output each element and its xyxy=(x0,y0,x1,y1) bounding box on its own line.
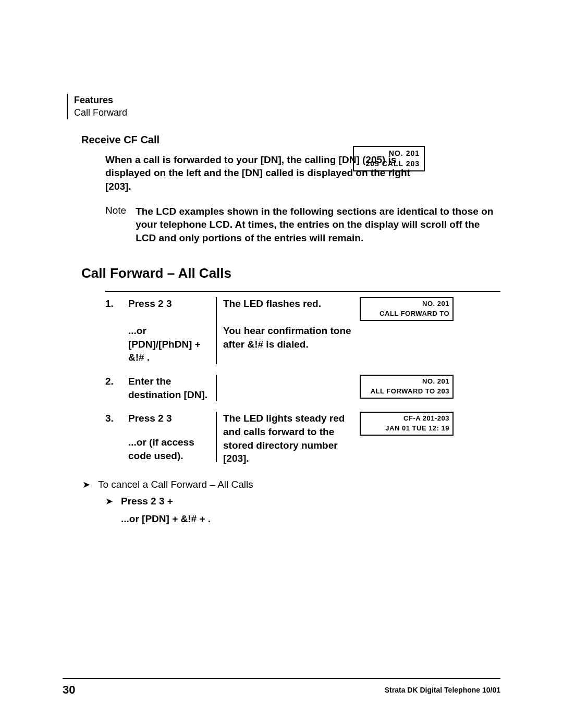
step-row: 2. Enter the destination [DN]. NO. 201 A… xyxy=(105,375,500,401)
cancel-line-row: ➤ ...or [PDN] + &!# + . xyxy=(105,513,500,525)
receive-cf-body: When a call is forwarded to your [DN], t… xyxy=(105,153,500,193)
lcd-line: ALL FORWARD TO 203 xyxy=(371,387,449,395)
step-num: 2. xyxy=(105,375,122,388)
receive-cf-title: Receive CF Call xyxy=(81,134,500,146)
lcd-line: 205 CALL 203 xyxy=(365,159,420,168)
lcd-receive-cf: NO. 201 205 CALL 203 xyxy=(353,146,425,171)
header-block: Features Call Forward xyxy=(67,94,500,119)
page: Features Call Forward Receive CF Call Wh… xyxy=(0,0,563,728)
cancel-sub: ➤ Press 2 3 + ➤ ...or [PDN] + &!# + . xyxy=(105,496,500,525)
lcd-line: NO. 201 xyxy=(389,149,420,157)
page-number: 30 xyxy=(63,683,75,697)
lcd-line: NO. 201 xyxy=(422,377,449,385)
step-action-line: Press 2 3 xyxy=(128,413,172,424)
section-divider xyxy=(105,291,500,292)
step-action-line: Press 2 3 xyxy=(128,298,172,309)
lcd-line: CALL FORWARD TO xyxy=(380,310,449,317)
step-lcd-cell: NO. 201 CALL FORWARD TO xyxy=(360,297,454,321)
step-lcd-cell: NO. 201 ALL FORWARD TO 203 xyxy=(360,375,454,399)
cancel-line1: Press 2 3 + xyxy=(121,496,173,507)
cf-all-steps: 1. Press 2 3 ...or [PDN]/[PhDN] + &!# . … xyxy=(105,297,500,465)
note-text: The LCD examples shown in the following … xyxy=(136,205,500,245)
lcd-line: JAN 01 TUE 12: 19 xyxy=(385,424,449,432)
publication-info: Strata DK Digital Telephone 10/01 xyxy=(385,686,500,694)
step-action: Enter the destination [DN]. xyxy=(128,375,217,401)
lcd-step3: CF-A 201-203 JAN 01 TUE 12: 19 xyxy=(360,412,454,436)
step-lcd-cell: CF-A 201-203 JAN 01 TUE 12: 19 xyxy=(360,412,454,436)
step-row: 1. Press 2 3 ...or [PDN]/[PhDN] + &!# . … xyxy=(105,297,500,364)
header-features: Features xyxy=(74,95,113,105)
step-num: 1. xyxy=(105,297,122,311)
step-action: Press 2 3 ...or (if access code used). xyxy=(128,412,217,462)
arrow-icon: ➤ xyxy=(82,479,93,490)
cancel-line-row: ➤ Press 2 3 + xyxy=(105,496,500,507)
step-result-line: The LED flashes red. xyxy=(223,298,321,309)
step-action: Press 2 3 ...or [PDN]/[PhDN] + &!# . xyxy=(128,297,217,364)
step-result: The LED flashes red. You hear confirmati… xyxy=(223,297,353,351)
arrow-icon: ➤ xyxy=(105,496,116,507)
cancel-intro-row: ➤ To cancel a Call Forward – All Calls xyxy=(82,479,500,490)
step-action-line: ...or (if access code used). xyxy=(128,437,194,461)
cancel-intro: To cancel a Call Forward – All Calls xyxy=(98,479,253,490)
step-result-line: The LED lights steady red and calls forw… xyxy=(223,413,345,464)
step-action-line: Enter the destination [DN]. xyxy=(128,376,207,400)
lcd-step1: NO. 201 CALL FORWARD TO xyxy=(360,297,454,321)
step-action-line: ...or [PDN]/[PhDN] + &!# . xyxy=(128,325,201,363)
note-row: Note The LCD examples shown in the follo… xyxy=(105,205,500,245)
note-label: Note xyxy=(105,205,126,245)
step-result-line: You hear confirmation tone after &!# is … xyxy=(223,325,351,350)
cancel-line2: ...or [PDN] + &!# + . xyxy=(121,513,211,525)
step-result: The LED lights steady red and calls forw… xyxy=(223,412,353,465)
lcd-line: CF-A 201-203 xyxy=(403,414,449,422)
lcd-step2: NO. 201 ALL FORWARD TO 203 xyxy=(360,375,454,399)
page-footer: 30 Strata DK Digital Telephone 10/01 xyxy=(63,678,500,697)
step-num: 3. xyxy=(105,412,122,425)
lcd-line: NO. 201 xyxy=(422,300,449,307)
step-row: 3. Press 2 3 ...or (if access code used)… xyxy=(105,412,500,465)
header-section: Call Forward xyxy=(74,107,127,118)
cf-all-title: Call Forward – All Calls xyxy=(81,265,500,281)
